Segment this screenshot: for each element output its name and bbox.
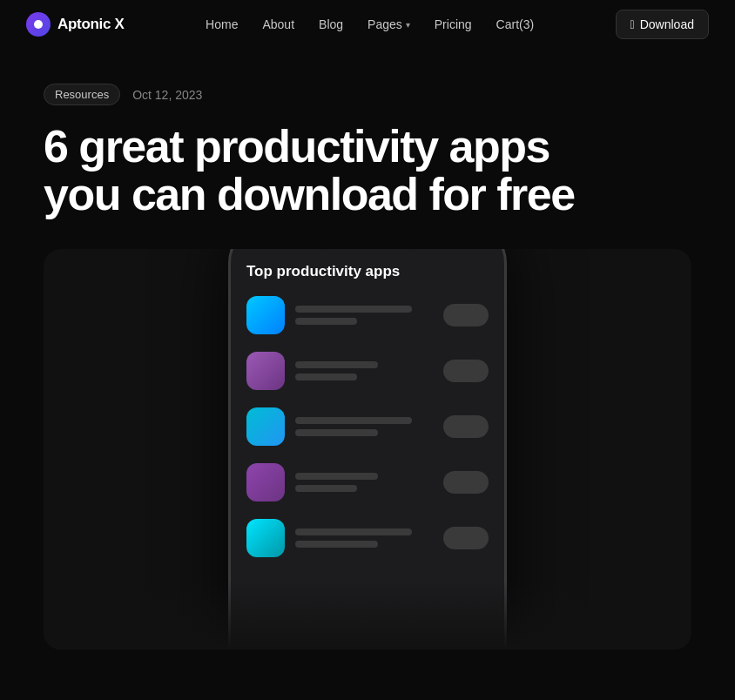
- app-text-5: [295, 528, 433, 548]
- resources-badge[interactable]: Resources: [44, 84, 120, 105]
- main-content: Resources Oct 12, 2023 6 great productiv…: [0, 49, 735, 650]
- app-list-item: [246, 352, 489, 390]
- app-text-1: [295, 306, 433, 325]
- logo-icon: [26, 12, 51, 37]
- text-line: [295, 528, 412, 535]
- app-icon-3: [246, 407, 285, 446]
- battery-icon: ▮▮: [475, 249, 485, 250]
- app-action-button[interactable]: [443, 527, 489, 549]
- article-title: 6 great productivity apps you can downlo…: [44, 123, 653, 218]
- text-line: [295, 374, 357, 380]
- app-icon-1: [246, 296, 285, 334]
- nav-cart[interactable]: Cart(3): [496, 17, 535, 31]
- app-icon-2: [246, 352, 285, 390]
- app-action-button[interactable]: [443, 415, 489, 438]
- status-time: 9:41: [250, 249, 273, 251]
- apple-icon: : [630, 17, 635, 31]
- app-list-item: [246, 296, 489, 334]
- app-text-4: [295, 473, 433, 492]
- app-icon-4: [246, 463, 285, 501]
- status-icons: ●●● ▲ ▮▮: [439, 249, 485, 250]
- text-line: [295, 541, 378, 548]
- text-line: [295, 318, 357, 325]
- app-action-button[interactable]: [443, 471, 489, 494]
- nav-pages[interactable]: Pages ▾: [368, 17, 410, 31]
- meta-row: Resources Oct 12, 2023: [44, 84, 691, 105]
- download-button[interactable]:  Download: [616, 10, 709, 39]
- phone-mockup-container: 9:41 ●●● ▲ ▮▮ Top productivity apps: [44, 249, 691, 650]
- app-list-item: [246, 519, 489, 557]
- header: Aptonic X Home About Blog Pages ▾ Pricin…: [0, 0, 735, 49]
- app-list-item: [246, 463, 489, 501]
- nav-pricing[interactable]: Pricing: [435, 17, 472, 31]
- phone-screen-title: Top productivity apps: [246, 263, 489, 280]
- text-line: [295, 417, 412, 424]
- app-action-button[interactable]: [443, 304, 489, 326]
- article-date: Oct 12, 2023: [132, 88, 202, 102]
- phone-notch: [311, 249, 424, 252]
- logo-text: Aptonic X: [57, 16, 125, 33]
- app-icon-5: [246, 519, 285, 557]
- wifi-icon: ▲: [461, 249, 470, 250]
- nav-home[interactable]: Home: [206, 17, 238, 31]
- app-text-3: [295, 417, 433, 436]
- text-line: [295, 429, 378, 436]
- text-line: [295, 306, 412, 313]
- text-line: [295, 485, 357, 492]
- chevron-down-icon: ▾: [406, 20, 410, 30]
- phone-device: 9:41 ●●● ▲ ▮▮ Top productivity apps: [228, 249, 507, 650]
- phone-screen: Top productivity apps: [231, 254, 504, 590]
- nav-blog[interactable]: Blog: [319, 17, 343, 31]
- main-nav: Home About Blog Pages ▾ Pricing Cart(3): [206, 17, 534, 31]
- nav-about[interactable]: About: [262, 17, 294, 31]
- app-list-item: [246, 407, 489, 446]
- logo[interactable]: Aptonic X: [26, 12, 125, 37]
- app-text-2: [295, 361, 433, 380]
- text-line: [295, 473, 378, 480]
- signal-icon: ●●●: [439, 249, 456, 250]
- text-line: [295, 361, 378, 368]
- app-action-button[interactable]: [443, 360, 489, 382]
